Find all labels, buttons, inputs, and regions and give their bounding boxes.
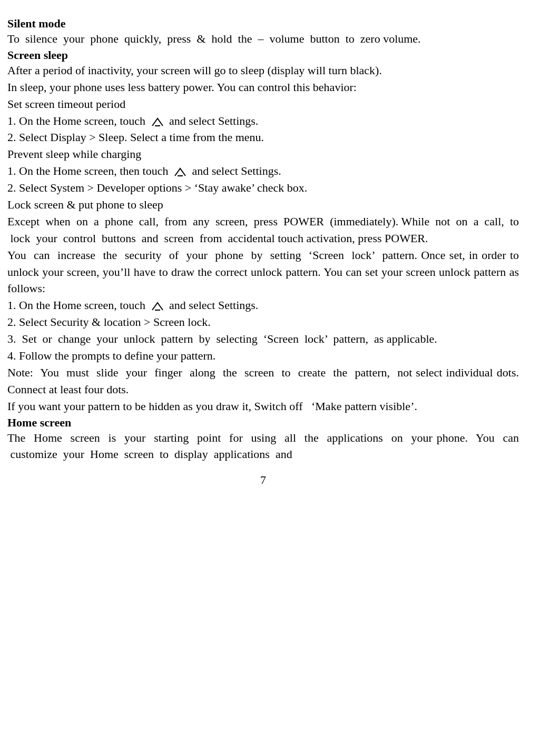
screen-lock-note: Note: You must slide your finger along t… xyxy=(7,364,519,398)
section-home-screen: Home screen The Home screen is your star… xyxy=(7,416,519,463)
silent-mode-text: To silence your phone quickly, press & h… xyxy=(7,31,519,47)
heading-home-screen: Home screen xyxy=(7,416,519,430)
screen-lock-step4: 4. Follow the prompts to define your pat… xyxy=(7,347,519,364)
screen-lock-pattern-visible: If you want your pattern to be hidden as… xyxy=(7,398,519,415)
heading-screen-sleep: Screen sleep xyxy=(7,48,519,62)
screen-sleep-step1: 1. On the Home screen, touch and select … xyxy=(7,113,519,130)
screen-sleep-step2: 2. Select Display > Sleep. Select a time… xyxy=(7,129,519,146)
home-screen-text1: The Home screen is your starting point f… xyxy=(7,430,519,463)
screen-sleep-subheading1: Set screen timeout period xyxy=(7,96,519,113)
screen-lock-step2: 2. Select Security & location > Screen l… xyxy=(7,314,519,331)
section-silent-mode: Silent mode To silence your phone quickl… xyxy=(7,17,519,47)
heading-silent-mode: Silent mode xyxy=(7,17,519,31)
screen-sleep-text2: In sleep, your phone uses less battery p… xyxy=(7,79,519,96)
screen-sleep-step3: 1. On the Home screen, then touch and se… xyxy=(7,163,519,180)
screen-sleep-step4: 2. Select System > Developer options > ‘… xyxy=(7,180,519,196)
screen-sleep-subheading3: Lock screen & put phone to sleep xyxy=(7,196,519,213)
screen-sleep-subheading2: Prevent sleep while charging xyxy=(7,146,519,163)
screen-lock-step3: 3. Set or change your unlock pattern by … xyxy=(7,331,519,347)
screen-sleep-text1: After a period of inactivity, your scree… xyxy=(7,62,519,79)
home-icon-3 xyxy=(150,301,165,312)
home-icon-1 xyxy=(150,116,165,128)
screen-sleep-lock-text1: Except when on a phone call, from any sc… xyxy=(7,213,519,247)
screen-sleep-lock-text2: You can increase the security of your ph… xyxy=(7,247,519,297)
page-container: Silent mode To silence your phone quickl… xyxy=(0,0,540,756)
home-icon-2 xyxy=(173,166,188,178)
page-number: 7 xyxy=(7,473,519,487)
screen-lock-step1: 1. On the Home screen, touch and select … xyxy=(7,297,519,314)
section-screen-sleep: Screen sleep After a period of inactivit… xyxy=(7,48,519,415)
